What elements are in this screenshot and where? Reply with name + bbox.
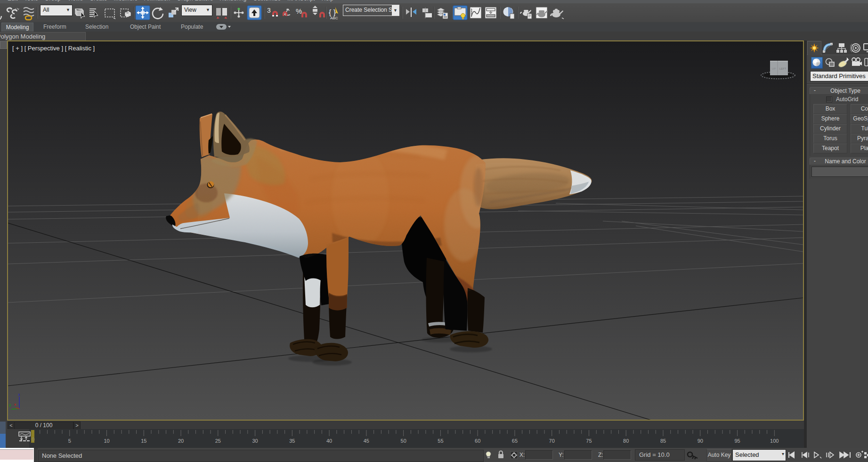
svg-text:UP: UP bbox=[772, 67, 776, 70]
svg-text:55: 55 bbox=[438, 438, 443, 444]
svg-text:%: % bbox=[296, 7, 302, 15]
svg-text:y: y bbox=[9, 403, 11, 407]
svg-text:5: 5 bbox=[68, 438, 71, 444]
svg-text:z: z bbox=[18, 392, 20, 397]
svg-text:90: 90 bbox=[698, 438, 703, 444]
svg-text:50: 50 bbox=[401, 438, 406, 444]
svg-text:45: 45 bbox=[364, 438, 369, 444]
svg-text:30: 30 bbox=[252, 438, 258, 444]
svg-text:75: 75 bbox=[586, 438, 592, 444]
svg-text:{ }: { } bbox=[329, 8, 336, 16]
svg-text:LEFT: LEFT bbox=[779, 67, 787, 70]
svg-text:65: 65 bbox=[512, 438, 518, 444]
svg-text:25: 25 bbox=[215, 438, 221, 444]
svg-text:10: 10 bbox=[104, 438, 109, 444]
svg-text:40: 40 bbox=[326, 438, 332, 444]
svg-text:60: 60 bbox=[475, 438, 480, 444]
svg-text:x: x bbox=[14, 402, 16, 406]
svg-text:20: 20 bbox=[178, 438, 184, 444]
svg-text:95: 95 bbox=[734, 438, 740, 444]
svg-text:3: 3 bbox=[267, 7, 271, 14]
svg-text:80: 80 bbox=[623, 438, 629, 444]
svg-text:35: 35 bbox=[289, 438, 295, 444]
svg-text:70: 70 bbox=[549, 438, 555, 444]
svg-text:0: 0 bbox=[32, 437, 35, 442]
svg-text:100: 100 bbox=[770, 438, 779, 444]
svg-text:85: 85 bbox=[660, 438, 666, 444]
svg-text:15: 15 bbox=[141, 438, 146, 444]
svg-text:ABC: ABC bbox=[330, 16, 338, 20]
